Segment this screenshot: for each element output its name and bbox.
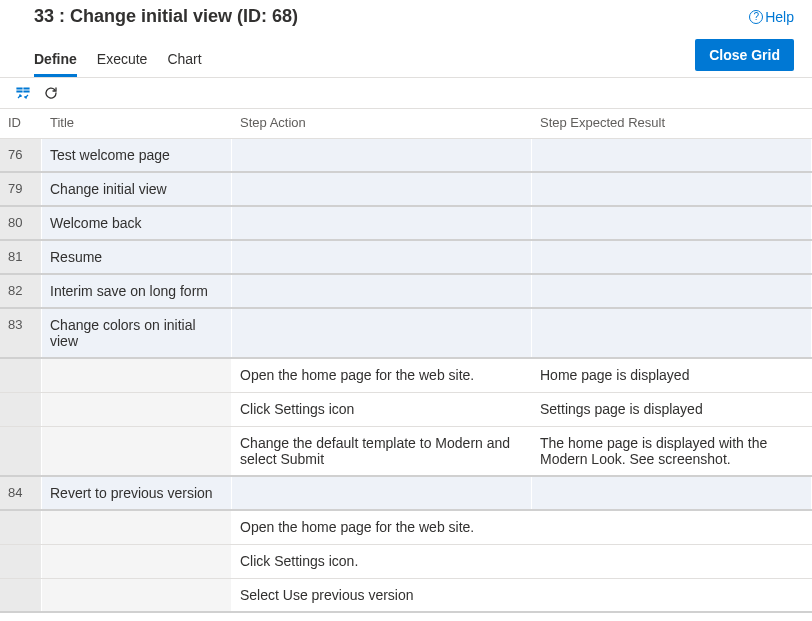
cell-title[interactable]: Resume [42, 241, 232, 273]
tabs: Define Execute Chart [34, 45, 202, 77]
cell-title [42, 427, 232, 475]
col-header-expected[interactable]: Step Expected Result [532, 109, 812, 138]
table-step-row[interactable]: Open the home page for the web site.Home… [0, 359, 812, 393]
col-header-title[interactable]: Title [42, 109, 232, 138]
table-step-row[interactable]: Click Settings icon. [0, 545, 812, 579]
cell-expected[interactable] [532, 579, 812, 611]
table-row[interactable]: 82Interim save on long form [0, 275, 812, 309]
cell-expected[interactable] [532, 207, 812, 239]
table-step-row[interactable]: Click Settings iconSettings page is disp… [0, 393, 812, 427]
cell-action[interactable] [232, 309, 532, 357]
table-row[interactable]: 84Revert to previous version [0, 477, 812, 511]
cell-action[interactable] [232, 139, 532, 171]
col-header-action[interactable]: Step Action [232, 109, 532, 138]
cell-expected[interactable]: Home page is displayed [532, 359, 812, 392]
cell-action[interactable]: Select Use previous version [232, 579, 532, 611]
cell-id [0, 545, 42, 578]
grid-header-row: ID Title Step Action Step Expected Resul… [0, 109, 812, 139]
cell-title[interactable]: Test welcome page [42, 139, 232, 171]
tab-define[interactable]: Define [34, 45, 77, 77]
table-row[interactable]: 76Test welcome page [0, 139, 812, 173]
cell-id: 81 [0, 241, 42, 273]
cell-id: 76 [0, 139, 42, 171]
cell-expected[interactable] [532, 511, 812, 544]
collapse-icon[interactable] [14, 84, 32, 102]
cell-id: 80 [0, 207, 42, 239]
data-grid: ID Title Step Action Step Expected Resul… [0, 108, 812, 613]
table-step-row[interactable]: Select Use previous version [0, 579, 812, 613]
close-grid-button[interactable]: Close Grid [695, 39, 794, 71]
cell-expected[interactable]: The home page is displayed with the Mode… [532, 427, 812, 475]
cell-title [42, 393, 232, 426]
cell-id [0, 393, 42, 426]
cell-title [42, 579, 232, 611]
cell-title [42, 511, 232, 544]
cell-title[interactable]: Welcome back [42, 207, 232, 239]
cell-title [42, 545, 232, 578]
cell-action[interactable]: Click Settings icon. [232, 545, 532, 578]
cell-id [0, 427, 42, 475]
tab-chart[interactable]: Chart [167, 45, 201, 77]
cell-action[interactable] [232, 477, 532, 509]
cell-action[interactable]: Click Settings icon [232, 393, 532, 426]
toolbar [0, 78, 812, 108]
cell-action[interactable]: Change the default template to Modern an… [232, 427, 532, 475]
cell-expected[interactable] [532, 545, 812, 578]
cell-id: 82 [0, 275, 42, 307]
cell-expected[interactable] [532, 275, 812, 307]
cell-action[interactable] [232, 275, 532, 307]
cell-expected[interactable] [532, 173, 812, 205]
cell-action[interactable] [232, 207, 532, 239]
cell-id [0, 359, 42, 392]
cell-expected[interactable] [532, 309, 812, 357]
col-header-id[interactable]: ID [0, 109, 42, 138]
help-link[interactable]: ? Help [749, 9, 794, 25]
cell-action[interactable]: Open the home page for the web site. [232, 511, 532, 544]
page-header: 33 : Change initial view (ID: 68) ? Help… [0, 0, 812, 77]
cell-expected[interactable] [532, 139, 812, 171]
cell-expected[interactable]: Settings page is displayed [532, 393, 812, 426]
help-icon: ? [749, 10, 763, 24]
table-step-row[interactable]: Change the default template to Modern an… [0, 427, 812, 477]
cell-action[interactable] [232, 173, 532, 205]
help-label: Help [765, 9, 794, 25]
cell-id: 83 [0, 309, 42, 357]
table-step-row[interactable]: Open the home page for the web site. [0, 511, 812, 545]
table-row[interactable]: 81Resume [0, 241, 812, 275]
cell-id [0, 511, 42, 544]
cell-action[interactable] [232, 241, 532, 273]
cell-expected[interactable] [532, 477, 812, 509]
cell-title[interactable]: Change initial view [42, 173, 232, 205]
cell-action[interactable]: Open the home page for the web site. [232, 359, 532, 392]
cell-id: 79 [0, 173, 42, 205]
page-title: 33 : Change initial view (ID: 68) [34, 6, 298, 27]
cell-expected[interactable] [532, 241, 812, 273]
cell-id: 84 [0, 477, 42, 509]
table-row[interactable]: 79Change initial view [0, 173, 812, 207]
table-row[interactable]: 80Welcome back [0, 207, 812, 241]
cell-title [42, 359, 232, 392]
refresh-icon[interactable] [42, 84, 60, 102]
table-row[interactable]: 83Change colors on initial view [0, 309, 812, 359]
cell-title[interactable]: Interim save on long form [42, 275, 232, 307]
cell-title[interactable]: Change colors on initial view [42, 309, 232, 357]
tab-execute[interactable]: Execute [97, 45, 148, 77]
cell-title[interactable]: Revert to previous version [42, 477, 232, 509]
cell-id [0, 579, 42, 611]
